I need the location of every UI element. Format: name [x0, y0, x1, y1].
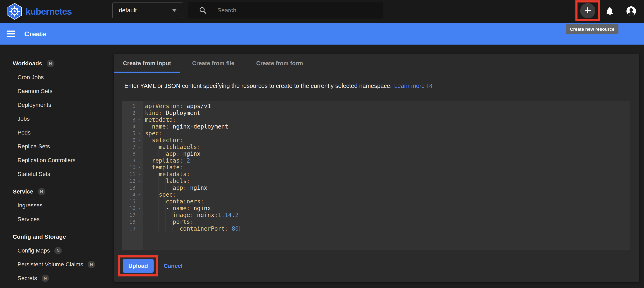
code-token-key: spec	[159, 191, 172, 198]
fold-arrow-icon[interactable]: ▾	[136, 179, 143, 183]
code-token-key: containerPort	[180, 225, 225, 232]
fold-arrow-icon[interactable]: ▾	[136, 138, 143, 142]
code-line-5: spec:	[145, 130, 630, 137]
code-line-4: name: nginx-deployment	[145, 123, 630, 130]
create-new-resource-button[interactable]: +	[580, 3, 596, 18]
learn-more-link[interactable]: Learn more	[394, 83, 432, 89]
code-token-key: ports	[173, 218, 190, 225]
code-token-key: spec	[145, 130, 159, 137]
sidebar-item-ingresses[interactable]: Ingresses	[0, 198, 114, 212]
new-badge: N	[88, 261, 95, 268]
code-token-punc: :	[186, 178, 190, 184]
line-number: 17	[122, 212, 136, 218]
code-token-text: nginx	[186, 184, 207, 191]
sidebar-header-config-and-storage[interactable]: Config and Storage	[0, 230, 114, 244]
sidebar-item-daemon-sets[interactable]: Daemon Sets	[0, 84, 114, 98]
sidebar-header-label: Workloads	[13, 60, 42, 67]
code-token-punc: :	[166, 123, 169, 130]
fold-arrow-icon[interactable]: ▾	[136, 118, 143, 122]
tab-create-from-form[interactable]: Create from form	[246, 54, 313, 73]
code-token-key: image	[173, 212, 190, 218]
code-line-7: matchLabels:	[145, 143, 630, 151]
fold-arrow-icon[interactable]: ▾	[136, 145, 143, 149]
menu-hamburger-icon[interactable]	[6, 31, 15, 37]
gutter-row-13: 13	[122, 184, 143, 191]
gutter-row-2: 2	[122, 109, 143, 116]
code-token-ws	[145, 171, 159, 178]
search-bar[interactable]	[188, 2, 383, 19]
search-input[interactable]	[218, 7, 383, 14]
code-token-ws	[145, 164, 152, 171]
tab-create-from-file[interactable]: Create from file	[180, 54, 246, 73]
sidebar-item-cron-jobs[interactable]: Cron Jobs	[0, 70, 114, 84]
code-line-10: template:	[145, 164, 630, 171]
code-token-ws	[145, 218, 173, 225]
sidebar-item-label: Persistent Volume Claims	[18, 261, 83, 268]
fold-arrow-icon[interactable]: ▾	[136, 166, 143, 170]
code-token-punc: :	[186, 205, 190, 212]
sidebar-item-config-maps[interactable]: Config MapsN	[0, 244, 114, 257]
sidebar-item-deployments[interactable]: Deployments	[0, 98, 114, 112]
gutter-row-10: 10▾	[122, 164, 143, 171]
line-number: 3	[122, 117, 136, 123]
code-line-3: metadata:	[145, 116, 630, 123]
tab-create-from-input[interactable]: Create from input	[114, 54, 180, 73]
line-number: 16	[122, 205, 136, 211]
new-badge: N	[38, 188, 45, 195]
create-tabs: Create from inputCreate from fileCreate …	[114, 54, 639, 73]
fold-arrow-icon[interactable]: ▾	[136, 172, 143, 176]
gutter-row-12: 12▾	[122, 178, 143, 184]
sidebar-item-jobs[interactable]: Jobs	[0, 112, 114, 126]
new-badge: N	[54, 247, 62, 254]
fold-arrow-icon[interactable]: ▾	[136, 131, 143, 135]
code-line-8: app: nginx	[145, 151, 630, 157]
gutter-row-17: 17	[122, 212, 143, 218]
code-token-ws	[145, 123, 152, 130]
line-number: 1	[122, 103, 136, 109]
fold-arrow-icon[interactable]: ▾	[136, 193, 143, 197]
gutter-row-9: 9	[122, 157, 143, 164]
gutter-row-14: 14▾	[122, 191, 143, 198]
line-number: 5	[122, 130, 136, 136]
sidebar-header-workloads[interactable]: WorkloadsN	[0, 57, 114, 70]
sidebar-item-label: Stateful Sets	[18, 171, 50, 177]
namespace-selector[interactable]: default	[112, 3, 183, 18]
notifications-bell-icon[interactable]	[605, 5, 615, 17]
code-token-num: 80	[228, 225, 239, 232]
sidebar-item-replication-controllers[interactable]: Replication Controllers	[0, 153, 114, 167]
new-badge: N	[47, 60, 54, 67]
new-badge: N	[42, 274, 49, 282]
code-token-text: nginx	[180, 151, 200, 157]
code-token-punc: :	[159, 130, 162, 137]
line-number: 2	[122, 110, 136, 116]
sidebar-group-workloads: WorkloadsNCron JobsDaemon SetsDeployment…	[0, 57, 114, 181]
upload-button[interactable]: Upload	[123, 259, 154, 273]
code-token-ws	[145, 137, 152, 143]
line-number: 15	[122, 198, 136, 204]
gutter-row-15: 15	[122, 198, 143, 205]
code-token-text: apps/v1	[183, 103, 211, 109]
sidebar-item-pods[interactable]: Pods	[0, 126, 114, 139]
sidebar-item-label: Daemon Sets	[18, 88, 52, 94]
fold-arrow-icon[interactable]: ▾	[136, 206, 143, 210]
cancel-button[interactable]: Cancel	[164, 259, 182, 273]
sidebar-item-label: Services	[18, 216, 40, 223]
code-line-18: ports:	[145, 218, 630, 225]
account-avatar-icon[interactable]	[626, 5, 637, 17]
code-token-text: -	[173, 225, 180, 232]
editor-line-gutter: 123▾45▾6▾7▾8910▾11▾12▾1314▾1516▾171819	[122, 101, 143, 250]
code-line-1: apiVersion: apps/v1	[145, 103, 630, 109]
code-token-ws	[145, 198, 166, 205]
brand-title[interactable]: kubernetes	[26, 0, 72, 23]
editor-code-area[interactable]: apiVersion: apps/v1kind: Deploymentmetad…	[143, 101, 630, 250]
sidebar-item-secrets[interactable]: SecretsN	[0, 271, 114, 285]
gutter-row-1: 1	[122, 103, 143, 109]
sidebar-item-replica-sets[interactable]: Replica Sets	[0, 139, 114, 153]
kubernetes-logo-icon[interactable]	[7, 3, 22, 20]
sidebar-item-stateful-sets[interactable]: Stateful Sets	[0, 167, 114, 181]
sidebar-item-persistent-volume-claims[interactable]: Persistent Volume ClaimsN	[0, 257, 114, 271]
sidebar-item-services[interactable]: Services	[0, 212, 114, 226]
sidebar-header-service[interactable]: ServiceN	[0, 185, 114, 198]
code-token-ws	[145, 225, 173, 232]
code-line-12: labels:	[145, 178, 630, 184]
